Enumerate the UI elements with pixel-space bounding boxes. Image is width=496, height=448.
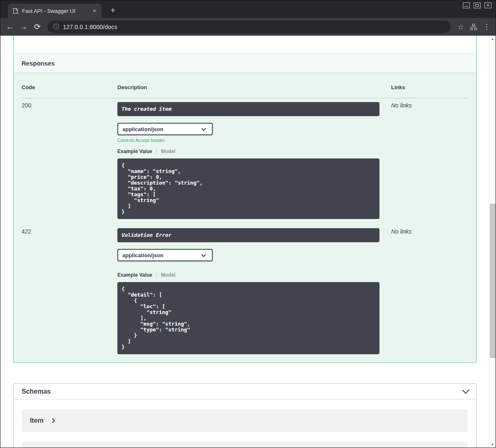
media-type-select[interactable]: application/json (117, 249, 213, 261)
browser-tab[interactable]: Fast API - Swagger UI × (8, 4, 102, 18)
schema-item-row[interactable]: Item (22, 409, 468, 432)
forward-button[interactable]: → (17, 21, 30, 33)
minimize-icon (464, 6, 468, 7)
chevron-down-icon (201, 126, 206, 131)
kebab-menu-icon: ⋮ (483, 22, 490, 31)
tab-favicon-icon (13, 8, 18, 14)
media-type-value: application/json (122, 252, 163, 258)
schemas-header[interactable]: Schemas (14, 384, 476, 399)
side-panel-button[interactable] (468, 21, 479, 33)
reload-icon: ⟳ (34, 22, 41, 32)
scrollbar-thumb[interactable] (490, 204, 496, 358)
opblock-body-top (14, 36, 476, 53)
example-model-tabs: Example Value Model (117, 149, 391, 154)
response-row-200: 200 The created item application/json Co… (22, 98, 468, 224)
tab-example-value[interactable]: Example Value (117, 149, 152, 154)
maximize-icon (475, 4, 479, 7)
tab-close-icon[interactable]: × (91, 7, 98, 15)
responses-table: Code Description Links 200 The created i… (14, 73, 476, 363)
reload-button[interactable]: ⟳ (31, 21, 44, 33)
tabs-divider (156, 272, 157, 278)
media-type-select[interactable]: application/json (117, 123, 213, 135)
response-links: No links (391, 102, 468, 219)
back-button[interactable]: ← (4, 21, 16, 33)
chevron-down-icon (201, 252, 206, 257)
example-model-tabs: Example Value Model (117, 272, 391, 278)
tab-model[interactable]: Model (161, 149, 175, 154)
accept-header-note: Controls Accept header. (117, 138, 391, 143)
scroll-down-arrow[interactable]: ▼ (489, 441, 496, 448)
window-maximize-button[interactable] (474, 2, 481, 8)
column-header-description: Description (117, 84, 391, 90)
back-icon: ← (6, 22, 14, 32)
tabs-divider (156, 149, 157, 154)
browser-titlebar: Fast API - Swagger UI × + × (0, 0, 496, 18)
column-header-links: Links (391, 84, 468, 90)
responses-title: Responses (22, 60, 55, 67)
response-code: 200 (22, 102, 117, 219)
response-description: The created item (117, 102, 379, 116)
chevron-right-icon (50, 418, 55, 423)
response-description: Validation Error (117, 228, 379, 242)
tab-example-value[interactable]: Example Value (117, 272, 152, 278)
schema-name: Item (30, 417, 44, 424)
chevron-down-icon[interactable] (462, 387, 469, 394)
post-operation-block: Responses Code Description Links 200 The… (13, 36, 477, 363)
forward-icon: → (20, 22, 28, 32)
window-controls: × (463, 2, 491, 8)
schemas-section: Schemas Item ValidationError (13, 383, 477, 448)
sitemap-icon (470, 23, 477, 31)
site-info-icon[interactable]: ⓘ (53, 23, 59, 31)
response-row-422: 422 Validation Error application/json Ex… (22, 224, 468, 354)
swagger-page: Responses Code Description Links 200 The… (0, 36, 489, 448)
schema-validationerror-row[interactable]: ValidationError (22, 442, 468, 448)
url-text: 127.0.0.1:8000/docs (63, 24, 117, 30)
response-code: 422 (22, 228, 117, 354)
tab-model[interactable]: Model (161, 272, 175, 278)
tab-title: Fast API - Swagger UI (22, 8, 91, 14)
example-json-block: { "detail": [ { "loc": [ "string" ], "ms… (117, 282, 379, 354)
response-description-cell: The created item application/json Contro… (117, 102, 391, 219)
address-bar[interactable]: ⓘ 127.0.0.1:8000/docs (48, 21, 451, 33)
scroll-up-arrow[interactable]: ▲ (489, 36, 496, 42)
new-tab-button[interactable]: + (107, 5, 118, 16)
browser-window: Fast API - Swagger UI × + × ← → ⟳ ⓘ 127.… (0, 0, 496, 448)
window-minimize-button[interactable] (463, 2, 470, 8)
schemas-title: Schemas (22, 388, 51, 395)
browser-menu-button[interactable]: ⋮ (481, 21, 492, 33)
window-close-button[interactable]: × (484, 2, 491, 8)
star-icon: ☆ (457, 22, 464, 32)
media-type-value: application/json (122, 126, 163, 132)
response-links: No links (391, 228, 468, 354)
response-description-cell: Validation Error application/json Exampl… (117, 228, 391, 354)
schemas-body: Item ValidationError (14, 399, 476, 448)
vertical-scrollbar[interactable]: ▲ ▼ (489, 36, 496, 448)
column-header-code: Code (22, 84, 117, 90)
window-close-icon: × (486, 3, 489, 8)
bookmark-star-button[interactable]: ☆ (455, 21, 467, 33)
responses-table-header: Code Description Links (22, 84, 468, 98)
browser-toolbar: ← → ⟳ ⓘ 127.0.0.1:8000/docs ☆ ⋮ (0, 18, 496, 36)
responses-section-header: Responses (14, 53, 476, 73)
example-json-block: { "name": "string", "price": 0, "descrip… (117, 158, 379, 219)
